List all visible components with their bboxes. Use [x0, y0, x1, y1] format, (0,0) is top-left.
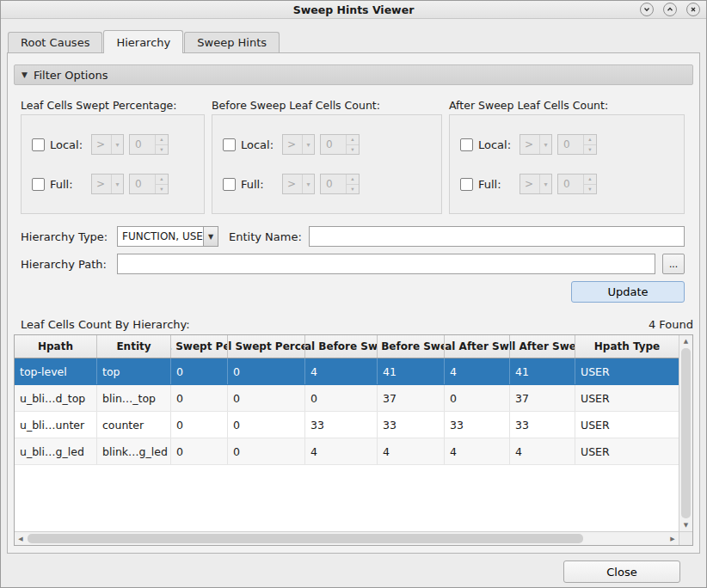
- column-header-local-before-sweep[interactable]: al Before Sw: [305, 335, 378, 358]
- hierarchy-type-row: Hierarchy Type: FUNCTION, USER ▼ Entity …: [14, 226, 693, 247]
- full-label: Full:: [50, 178, 86, 191]
- operator-combobox: > ▾: [519, 134, 552, 155]
- local-checkbox[interactable]: [32, 138, 45, 151]
- chevron-down-icon: ▾: [302, 135, 314, 154]
- filter-options-label: Filter Options: [34, 69, 108, 82]
- hierarchy-type-combobox[interactable]: FUNCTION, USER ▼: [117, 226, 218, 247]
- hierarchy-type-label: Hierarchy Type:: [21, 230, 110, 243]
- hierarchy-path-row: Hierarchy Path: ...: [14, 254, 693, 274]
- column-header-local-after-sweep[interactable]: al After Sw: [445, 335, 510, 358]
- maximize-button[interactable]: [663, 3, 677, 16]
- spin-up-icon: ▴: [347, 135, 359, 145]
- hierarchy-path-label: Hierarchy Path:: [21, 258, 110, 271]
- sweep-hints-viewer-window: Sweep Hints Viewer Root Causes Hierarchy…: [0, 0, 707, 588]
- spin-up-icon: ▴: [156, 135, 168, 145]
- column-header-hpath[interactable]: Hpath: [15, 335, 97, 358]
- filter-row-full: Full: > ▾ 0 ▴▾: [460, 174, 673, 194]
- results-caption: Leaf Cells Count By Hierarchy:: [21, 318, 190, 331]
- filter-row-full: Full: > ▾ 0 ▴▾: [32, 174, 194, 194]
- operator-combobox: > ▾: [282, 174, 315, 194]
- column-header-entity[interactable]: Entity: [97, 335, 171, 358]
- spin-up-icon: ▴: [156, 175, 168, 185]
- scroll-left-icon[interactable]: ◀: [15, 532, 27, 545]
- filter-row-full: Full: > ▾ 0 ▴▾: [223, 174, 431, 194]
- column-header-hpath-type[interactable]: Hpath Type: [575, 335, 679, 358]
- horizontal-scrollbar[interactable]: ◀ ▶: [15, 531, 679, 545]
- value-spinner: 0 ▴▾: [557, 134, 597, 155]
- local-label: Local:: [50, 138, 86, 151]
- full-checkbox[interactable]: [32, 178, 45, 191]
- local-label: Local:: [241, 138, 277, 151]
- group-title: After Sweep Leaf Cells Count:: [449, 99, 685, 111]
- found-count: 4 Found: [649, 318, 693, 331]
- full-label: Full:: [478, 178, 514, 191]
- filter-row-local: Local: > ▾ 0 ▴▾: [460, 134, 673, 155]
- value-spinner: 0 ▴▾: [557, 174, 597, 194]
- value-spinner: 0 ▴▾: [320, 134, 360, 155]
- operator-combobox: > ▾: [519, 174, 552, 194]
- value-spinner: 0 ▴▾: [129, 134, 169, 155]
- vertical-scroll-handle[interactable]: [681, 348, 691, 518]
- table-row[interactable]: u_bli…unter counter 0 0 33 33 33 33 USER: [15, 412, 679, 438]
- local-label: Local:: [478, 138, 514, 151]
- value-spinner: 0 ▴▾: [129, 174, 169, 194]
- tab-root-causes[interactable]: Root Causes: [8, 32, 102, 52]
- scroll-right-icon[interactable]: ▶: [667, 532, 679, 545]
- browse-button[interactable]: ...: [662, 254, 685, 274]
- hierarchy-tab-panel: ▼ Filter Options Leaf Cells Swept Percen…: [7, 52, 700, 554]
- column-header-local-swept-percentage[interactable]: . Swept Pe: [171, 335, 228, 358]
- tab-hierarchy[interactable]: Hierarchy: [103, 30, 183, 53]
- spin-down-icon: ▾: [156, 185, 168, 194]
- close-button[interactable]: Close: [563, 560, 680, 583]
- expander-arrow-icon: ▼: [22, 70, 28, 79]
- window-controls: [640, 3, 700, 16]
- spin-down-icon: ▾: [584, 185, 596, 194]
- spin-up-icon: ▴: [584, 135, 596, 145]
- spin-up-icon: ▴: [347, 175, 359, 185]
- window-title: Sweep Hints Viewer: [293, 3, 415, 16]
- chevron-down-icon: ▾: [539, 135, 551, 154]
- hierarchy-path-input[interactable]: [117, 254, 655, 274]
- close-window-button[interactable]: [686, 3, 700, 16]
- chevron-down-icon: ▾: [302, 175, 314, 193]
- spin-down-icon: ▾: [584, 145, 596, 155]
- local-checkbox[interactable]: [460, 138, 473, 151]
- titlebar: Sweep Hints Viewer: [1, 1, 706, 19]
- update-button[interactable]: Update: [571, 281, 685, 303]
- vertical-scrollbar[interactable]: ▲ ▼: [679, 335, 692, 531]
- full-checkbox[interactable]: [223, 178, 236, 191]
- minimize-button[interactable]: [640, 3, 654, 16]
- filter-groups: Leaf Cells Swept Percentage: Local: > ▾ …: [14, 99, 693, 214]
- full-checkbox[interactable]: [460, 178, 473, 191]
- close-icon: [689, 5, 698, 14]
- filter-row-local: Local: > ▾ 0 ▴▾: [223, 134, 431, 155]
- spin-down-icon: ▾: [156, 145, 168, 155]
- table-row[interactable]: top-level top 0 0 4 41 4 41 USER: [15, 358, 679, 385]
- entity-name-label: Entity Name:: [229, 230, 302, 243]
- chevron-down-icon[interactable]: ▼: [203, 227, 218, 246]
- table-row[interactable]: u_bli…d_top blin…_top 0 0 0 37 0 37 USER: [15, 385, 679, 412]
- entity-name-input[interactable]: [309, 226, 685, 247]
- scroll-up-icon[interactable]: ▲: [679, 335, 692, 347]
- group-before-sweep-leaf-cells-count: Before Sweep Leaf Cells Count: Local: > …: [212, 99, 442, 214]
- spin-down-icon: ▾: [347, 145, 359, 155]
- tab-bar: Root Causes Hierarchy Sweep Hints: [1, 29, 706, 52]
- operator-combobox: > ▾: [91, 174, 124, 194]
- chevron-down-icon: ▾: [539, 175, 551, 193]
- local-checkbox[interactable]: [223, 138, 236, 151]
- column-header-full-after-sweep[interactable]: ll After Swe: [510, 335, 575, 358]
- column-header-full-before-sweep[interactable]: l Before Swe: [378, 335, 445, 358]
- filter-row-local: Local: > ▾ 0 ▴▾: [32, 134, 194, 155]
- table-row[interactable]: u_bli…g_led blink…g_led 0 0 4 4 4 4 USER: [15, 438, 679, 465]
- filter-options-expander[interactable]: ▼ Filter Options: [14, 64, 693, 85]
- horizontal-scroll-handle[interactable]: [28, 534, 583, 543]
- spin-up-icon: ▴: [584, 175, 596, 185]
- hierarchy-table: Hpath Entity . Swept Pe ll Swept Perce a…: [14, 334, 693, 546]
- column-header-full-swept-percentage[interactable]: ll Swept Perce: [228, 335, 305, 358]
- group-title: Leaf Cells Swept Percentage:: [21, 99, 205, 111]
- tab-sweep-hints[interactable]: Sweep Hints: [184, 32, 280, 52]
- scroll-down-icon[interactable]: ▼: [679, 519, 692, 531]
- operator-combobox: > ▾: [282, 134, 315, 155]
- chevron-down-icon: ▾: [111, 175, 123, 193]
- spin-down-icon: ▾: [347, 185, 359, 194]
